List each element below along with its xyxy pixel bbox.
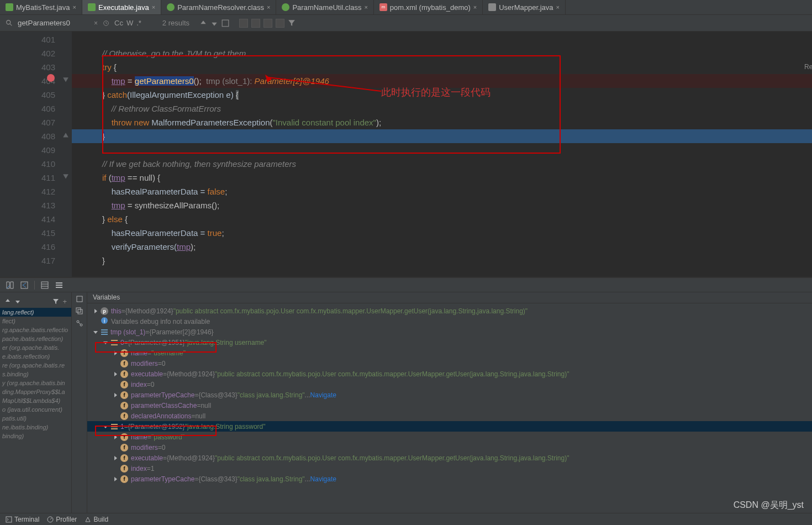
code-editor[interactable]: 401 402 403 404 405 406 407 408 409 410 … [0,32,812,277]
frame-item[interactable]: y (org.apache.ibatis.bin [0,379,71,387]
expand-arrow-icon[interactable] [113,381,119,388]
variable-row[interactable]: iVariables debug info not available [87,316,812,327]
field-icon: f [120,444,128,452]
tab-paramnameresolver[interactable]: ParamNameResolver.class× [161,0,276,14]
expand-arrow-icon[interactable] [113,392,119,398]
filter-icon[interactable] [288,19,296,27]
variable-row[interactable]: findex = 0 [87,379,812,390]
table-view-icon[interactable] [40,281,49,290]
frame-item[interactable]: patis.util) [0,414,71,423]
find-input[interactable] [18,19,89,27]
tab-paramnameutil[interactable]: ParamNameUtil.class× [276,0,373,14]
down-arrow-icon[interactable] [14,298,21,305]
filter-icon[interactable] [52,298,59,305]
find-btn-4[interactable] [276,19,284,28]
navigate-link[interactable]: Navigate [310,475,336,483]
gutter: 401 402 403 404 405 406 407 408 409 410 … [0,32,72,277]
navigate-link[interactable]: Navigate [310,391,336,399]
frame-item[interactable]: o (java.util.concurrent) [0,405,71,414]
svg-line-1 [10,23,12,25]
variable-row[interactable]: tmp (slot_1) = {Parameter[2]@1946} [87,327,812,337]
close-icon[interactable]: × [364,4,367,11]
find-btn-3[interactable] [263,19,272,28]
expand-arrow-icon[interactable] [113,413,119,419]
variable-row[interactable]: fmodifiers = 0 [87,442,812,453]
fold-marker-icon[interactable] [62,76,69,81]
frame-item[interactable]: flect) [0,317,71,326]
svg-rect-21 [101,329,108,330]
variable-row[interactable]: fdeclaredAnnotations = null [87,411,812,421]
tab-executable[interactable]: Executable.java× [82,0,161,14]
profiler-tab[interactable]: Profiler [47,516,77,523]
variable-row[interactable]: fparameterTypeCache = {Class@343} "class… [87,474,812,484]
expand-arrow-icon[interactable] [113,455,119,461]
bottom-bar: Terminal Profiler Build [0,513,812,525]
frame-item[interactable]: er (org.apache.ibatis. [0,343,71,352]
terminal-tab[interactable]: Terminal [6,516,39,523]
watermark: CSDN @吴明_yst [734,500,804,511]
close-icon[interactable]: × [73,4,76,11]
expand-arrow-icon[interactable] [93,329,99,335]
expand-arrow-icon[interactable] [113,476,119,482]
close-icon[interactable]: × [152,4,155,11]
history-icon[interactable] [102,19,110,27]
prev-match-icon[interactable] [199,19,207,27]
close-icon[interactable]: × [556,4,560,11]
variable-row[interactable]: fparameterClassCache = null [87,400,812,411]
threads-icon[interactable] [75,295,84,303]
frame-item[interactable]: re (org.apache.ibatis.re [0,361,71,370]
frame-item[interactable]: ne.ibatis.binding) [0,423,71,432]
link-icon[interactable] [75,319,84,328]
up-arrow-icon[interactable] [4,298,11,305]
variable-row[interactable]: fexecutable = {Method@1924} "public abst… [87,453,812,463]
expand-arrow-icon[interactable] [93,318,99,325]
find-bar: × Cc W .* 2 results [0,15,812,32]
expand-arrow-icon[interactable] [113,465,119,472]
frames-column: + lang.reflect)flect)rg.apache.ibatis.re… [0,292,72,525]
copy-icon[interactable] [75,307,84,316]
settings-icon[interactable] [55,281,64,290]
clear-search-icon[interactable]: × [94,19,98,27]
variable-row[interactable]: fmodifiers = 0 [87,358,812,369]
fold-marker-icon[interactable] [62,172,69,178]
expand-arrow-icon[interactable] [113,444,119,451]
class-file-icon [282,3,289,11]
frame-item[interactable]: ding.MapperProxy$$La [0,387,71,396]
variable-row[interactable]: pthis = {Method@1924} "public abstract c… [87,306,812,316]
frame-item[interactable]: binding) [0,432,71,440]
variable-row[interactable]: fexecutable = {Method@1924} "public abst… [87,369,812,379]
variables-tree[interactable]: pthis = {Method@1924} "public abstract c… [87,303,812,525]
expand-arrow-icon[interactable] [93,308,99,314]
variable-row[interactable]: fparameterTypeCache = {Class@343} "class… [87,390,812,400]
layout-icon[interactable] [6,281,14,290]
frame-item[interactable]: rg.apache.ibatis.reflectio [0,326,71,334]
build-tab[interactable]: Build [85,516,108,523]
restore-icon[interactable] [20,281,29,290]
find-btn-1[interactable] [239,19,248,28]
frame-item[interactable]: MapUtil$$Lambda$4) [0,396,71,405]
tab-usermapper[interactable]: UserMapper.java× [483,0,566,14]
frame-item[interactable]: lang.reflect) [0,308,71,317]
select-all-icon[interactable] [222,19,229,27]
expand-arrow-icon[interactable] [113,371,119,377]
expand-arrow-icon[interactable] [113,402,119,409]
frame-item[interactable]: e.ibatis.reflection) [0,352,71,361]
frame-item[interactable]: s.binding) [0,370,71,379]
match-case-toggle[interactable]: Cc [114,19,123,27]
next-match-icon[interactable] [210,19,218,27]
frame-item[interactable]: pache.ibatis.reflection) [0,334,71,343]
fold-marker-icon[interactable] [62,131,69,136]
breakpoint-icon[interactable] [47,74,55,82]
expand-arrow-icon[interactable] [113,360,119,367]
find-btn-2[interactable] [251,19,260,28]
tab-pom[interactable]: mpom.xml (mybatis_demo)× [374,0,483,14]
close-icon[interactable]: × [267,4,270,11]
close-icon[interactable]: × [473,4,477,11]
regex-toggle[interactable]: .* [136,19,141,27]
variable-row[interactable]: findex = 1 [87,463,812,474]
tab-mybatistest[interactable]: MyBatisTest.java× [0,0,82,14]
words-toggle[interactable]: W [126,19,133,27]
code-line: if (tmp == null) { [72,171,812,185]
code-area[interactable]: // Otherwise, go to the JVM to get them … [72,32,812,277]
param-icon: p [101,307,108,315]
